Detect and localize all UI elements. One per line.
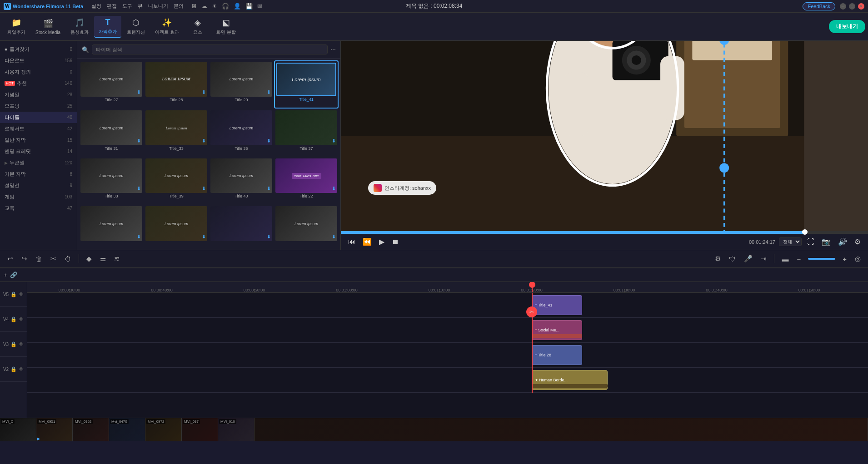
category-lower-thirds[interactable]: 로웨서드 42 (0, 123, 77, 134)
category-education[interactable]: 교육 47 (0, 202, 77, 214)
thumb-a4[interactable]: Lorem ipsum ⬇ (274, 205, 339, 248)
toolbar-transitions[interactable]: ⬡ 트랜지션 (122, 16, 150, 37)
download-icon-27[interactable]: ⬇ (137, 89, 141, 95)
toolbar-file-add[interactable]: 📁 파일추가 (3, 16, 30, 37)
skip-back-button[interactable]: ⏮ (346, 237, 357, 247)
menu-view[interactable]: 뷰 (135, 2, 145, 10)
download-icon-22[interactable]: ⬇ (332, 186, 336, 192)
film-thumb-097b[interactable]: MVI_097 (182, 418, 218, 442)
fullscreen-button[interactable]: ⛶ (805, 237, 816, 247)
edit-settings-button[interactable]: ⚙ (712, 253, 723, 265)
download-icon-39[interactable]: ⬇ (202, 186, 206, 192)
track-v4-lock[interactable]: 🔒 (10, 316, 17, 322)
resolution-select[interactable]: 전체 (779, 237, 802, 246)
track-v3-lock[interactable]: 🔒 (10, 341, 17, 347)
thumb-title37[interactable]: ⬇ Title 37 (274, 109, 339, 157)
edit-mic-button[interactable]: 🎤 (741, 253, 755, 265)
film-thumb-0470[interactable]: Mvi_0470 (109, 418, 145, 442)
mail-icon[interactable]: ✉ (257, 3, 262, 10)
thumb-title29[interactable]: Lorem Ipsum ⬇ Title 29 (209, 60, 274, 109)
ripple-button[interactable]: ≋ (111, 253, 123, 265)
thumb-a2[interactable]: Lorem ipsum ⬇ (144, 205, 209, 248)
download-icon-33[interactable]: ⬇ (202, 138, 206, 144)
snapshot-button[interactable]: 📷 (820, 237, 833, 247)
thumb-title35[interactable]: Lorem Ipsum ⬇ Title 35 (209, 109, 274, 157)
category-subtitles[interactable]: 일반 자막 15 (0, 134, 77, 146)
category-caption[interactable]: 설명선 9 (0, 180, 77, 191)
zoom-in-button[interactable]: + (840, 253, 849, 265)
track-v5-lock[interactable]: 🔒 (10, 291, 17, 297)
toolbar-audio[interactable]: 🎵 음성효과 (66, 16, 93, 37)
zoom-slider[interactable] (808, 258, 835, 260)
film-thumb-010b[interactable]: MVI_010 (218, 418, 254, 442)
track-v4-eye[interactable]: 👁 (19, 316, 24, 322)
zoom-out-button[interactable]: − (794, 253, 803, 265)
thumb-a1[interactable]: Lorem ipsum ⬇ (79, 205, 144, 248)
settings-preview-button[interactable]: ⚙ (853, 237, 863, 247)
frame-back-button[interactable]: ⏪ (361, 237, 374, 247)
toolbar-split[interactable]: ⬕ 화면 분할 (212, 16, 240, 37)
category-user-defined[interactable]: 사용자 정의 0 (0, 66, 77, 78)
download-icon-a1[interactable]: ⬇ (137, 234, 141, 240)
cut-button[interactable]: ✂ (48, 253, 59, 265)
toolbar-elements[interactable]: ◈ 요소 (185, 16, 211, 37)
thumb-title27[interactable]: Lorem Ipsum ⬇ Title 27 (79, 60, 144, 109)
play-button[interactable]: ▶ (377, 237, 386, 247)
redo-button[interactable]: ↪ (19, 253, 30, 265)
category-hot[interactable]: HOT 추천 140 (0, 78, 77, 89)
add-track-button[interactable]: + (4, 271, 7, 278)
marker-button[interactable]: ◆ (84, 253, 95, 265)
thumb-title38[interactable]: Lorem Ipsum ⬇ Title 38 (79, 157, 144, 205)
edit-dash-button[interactable]: ▬ (779, 253, 791, 265)
fit-zoom-button[interactable]: ◎ (852, 253, 863, 265)
menu-export[interactable]: 내보내기 (145, 2, 171, 10)
menu-tools[interactable]: 도구 (120, 2, 135, 10)
thumb-title39[interactable]: Lorem ipsum ⬇ Title_39 (144, 157, 209, 205)
close-button[interactable]: ✕ (858, 3, 864, 10)
save-icon[interactable]: 💾 (245, 3, 253, 10)
film-thumb-mvic[interactable]: MVI_C (0, 418, 36, 442)
download-icon-37[interactable]: ⬇ (332, 138, 336, 144)
toolbar-stock-media[interactable]: 🎬 Stock Media (31, 17, 65, 37)
monitor-icon[interactable]: 🖥 (191, 3, 197, 10)
export-button[interactable]: 내보내기 (829, 20, 865, 33)
download-icon-29[interactable]: ⬇ (267, 89, 271, 95)
track-v2-eye[interactable]: 👁 (19, 366, 24, 372)
film-thumb-0952[interactable]: MVI_0952 (73, 418, 109, 442)
timer-button[interactable]: ⏱ (62, 253, 74, 265)
link-button[interactable]: 🔗 (10, 271, 17, 278)
toolbar-titles[interactable]: T 자막추가 (94, 16, 121, 38)
thumb-title28[interactable]: LOREM IPSUM ⬇ Title 28 (144, 60, 209, 109)
download-icon-38[interactable]: ⬇ (137, 186, 141, 192)
search-input[interactable] (92, 44, 328, 54)
category-download[interactable]: 다운로드 156 (0, 55, 77, 66)
thumb-title41[interactable]: Lorem ipsum Title_41 (274, 60, 339, 109)
clip-title28[interactable]: T Title 28 (532, 345, 582, 365)
sun-icon[interactable]: ☀ (212, 3, 217, 10)
category-opening[interactable]: 오프닝 25 (0, 100, 77, 112)
track-v5-eye[interactable]: 👁 (19, 291, 24, 297)
film-thumb-0951[interactable]: MVI_0951 ▶ (36, 418, 73, 442)
minimize-button[interactable]: ─ (840, 3, 846, 10)
progress-bar[interactable] (341, 231, 868, 234)
category-game[interactable]: 게임 103 (0, 191, 77, 202)
download-icon-a2[interactable]: ⬇ (202, 234, 206, 240)
film-thumb-extra1[interactable] (254, 418, 868, 442)
more-options-icon[interactable]: ⋯ (330, 46, 336, 53)
thumb-title31[interactable]: Lorem Ipsum ⬇ Title 31 (79, 109, 144, 157)
category-favorites[interactable]: ♥ 즐겨찾기 0 (0, 44, 77, 55)
track-v2-lock[interactable]: 🔒 (10, 366, 17, 372)
cloud-icon[interactable]: ☁ (201, 3, 207, 10)
undo-button[interactable]: ↩ (5, 253, 16, 265)
thumb-a3[interactable]: ⬇ (209, 205, 274, 248)
category-new[interactable]: ▶ 뉴콘셀 120 (0, 157, 77, 168)
feedback-button[interactable]: FeedBack (803, 2, 835, 10)
category-end-credits[interactable]: 엔딩 크레딧 14 (0, 146, 77, 157)
toolbar-effects[interactable]: ✨ 이펙트 효과 (150, 16, 184, 37)
film-thumb-0972a[interactable]: MVI_0972 (145, 418, 182, 442)
menu-edit[interactable]: 편집 (104, 2, 120, 10)
thumb-title33[interactable]: Lorem ipsum ⬇ Title_33 (144, 109, 209, 157)
playhead-marker[interactable] (529, 282, 535, 288)
category-titles[interactable]: 타이틀 40 (0, 112, 77, 123)
download-icon-a3[interactable]: ⬇ (267, 234, 271, 240)
